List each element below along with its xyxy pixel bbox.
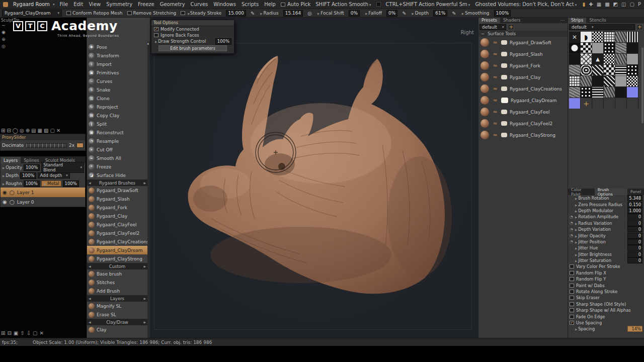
brush-checkbox-row[interactable]: Paint w/ Dabs (568, 282, 644, 288)
slider-icon[interactable]: ▮ (583, 2, 586, 7)
radius-value[interactable]: 15.164 (283, 10, 303, 17)
menu-item[interactable]: Edit (73, 2, 83, 7)
brush-param-value[interactable]: 0 (627, 257, 642, 263)
menu-item[interactable]: Freeze (138, 2, 154, 7)
tool-item[interactable]: Erase SL (87, 310, 147, 319)
menu-item[interactable]: Windows (213, 2, 236, 7)
brush-checkbox-row[interactable]: Skip Eraser (568, 295, 644, 301)
draw-strength-spinner[interactable]: Draw Strength Control (154, 39, 206, 44)
preset-row[interactable]: Rygaard_Clay (478, 71, 568, 83)
tool-item[interactable]: ▤ Copy Clay (87, 111, 147, 120)
falloff-spinner[interactable]: Falloff (364, 11, 382, 16)
stencil-thumbnail[interactable] (604, 98, 615, 109)
brush-param-spinner[interactable]: Jitter Saturation (574, 258, 611, 263)
pressure-dial-icon[interactable] (570, 215, 574, 219)
mini-toolbar-icon[interactable]: ⊟ (7, 128, 11, 133)
stencil-thumbnail[interactable] (592, 43, 603, 53)
proxy-swatch-icon[interactable] (76, 143, 84, 148)
ctrl-shift-action-dropdown[interactable]: CTRL+SHIFT Action Powerful Sm (386, 2, 470, 7)
tool-item[interactable]: Rygaard_Slash (87, 195, 147, 203)
layer-action-icon[interactable]: ▢ (33, 330, 37, 336)
checkbox-icon[interactable] (570, 315, 574, 319)
tool-item[interactable]: * Freeze (87, 162, 147, 171)
tool-item[interactable]: ◔ Resample (87, 137, 147, 145)
tool-item[interactable]: ≈ Smooth All (87, 154, 147, 162)
layer-action-icon[interactable]: ⇧ (20, 330, 24, 336)
visibility-eye-icon[interactable] (3, 190, 7, 195)
preset-set-dropdown[interactable]: default (479, 24, 506, 30)
menu-item[interactable]: Scripts (242, 2, 259, 7)
left-toolbar-icon[interactable]: ◎ (2, 44, 6, 49)
brush-checkbox-row[interactable]: Sharp Shape w/ All Alphas (568, 307, 644, 313)
menu-item[interactable]: Help (264, 2, 276, 7)
stencil-thumbnail[interactable] (569, 76, 580, 86)
stencil-thumbnail[interactable] (604, 32, 615, 42)
remove-stretching-toggle[interactable]: Remove Stretching (127, 11, 177, 16)
depth-value[interactable]: 61% (433, 10, 447, 17)
steady-stroke-toggle[interactable]: Steady Stroke (181, 11, 221, 16)
preset-row[interactable]: Rygaard_DrawSoft (478, 37, 568, 48)
stencil-thumbnail[interactable] (627, 54, 638, 64)
sculpt-viewport[interactable]: Right (150, 18, 478, 338)
stencil-thumbnail[interactable] (581, 65, 592, 75)
tool-item[interactable]: Stitches (87, 278, 147, 287)
mini-toolbar-icon[interactable]: ⊕ (26, 128, 30, 133)
stencil-thumbnail[interactable] (615, 87, 626, 98)
pen-pressure-icon[interactable] (402, 11, 406, 16)
tool-item[interactable]: Rygaard_Fork (87, 203, 147, 212)
layer-row[interactable]: Layer 0 (1, 197, 85, 207)
stencil-thumbnail[interactable] (615, 98, 626, 109)
stencil-thumbnail[interactable] (627, 76, 638, 86)
tool-item[interactable]: Rygaard_ClayFeel (87, 220, 147, 229)
stencil-thumbnail[interactable] (627, 32, 638, 42)
brush-checkbox-row[interactable]: Vary Color Per Stroke (568, 263, 644, 269)
stencil-thumbnail[interactable] (569, 65, 580, 75)
stencil-thumbnail[interactable] (615, 65, 626, 75)
checkbox-icon[interactable] (127, 11, 132, 15)
preset-row[interactable]: Rygaard_Slash (478, 48, 568, 60)
mini-toolbar-icon[interactable]: ▦ (38, 128, 42, 133)
stencil-thumbnail[interactable] (581, 87, 592, 98)
preset-row[interactable]: Rygaard_ClayFeel2 (478, 118, 568, 129)
brush-param-spinner[interactable]: Jitter Brightness (574, 252, 612, 257)
sculpt-model-rhino[interactable] (150, 18, 478, 338)
brush-param-spinner[interactable]: Brush Rotation (574, 196, 609, 201)
brush-param-value[interactable]: 0 (627, 251, 642, 257)
falloff-value[interactable]: 0% (386, 10, 397, 17)
surface-tools-group-header[interactable]: − Surface Tools (478, 31, 568, 37)
preset-row[interactable]: Rygaard_ClayFeel (478, 106, 568, 118)
left-toolbar-icon[interactable]: ◉ (2, 30, 6, 35)
brush-checkbox-row[interactable]: Rotate Along Stroke (568, 289, 644, 295)
pen-pressure-icon[interactable] (251, 11, 255, 16)
tool-item[interactable]: Custom (87, 263, 147, 269)
depth-spinner[interactable]: Depth (411, 11, 429, 16)
add-preset-button[interactable]: + (508, 24, 514, 30)
frame-icon[interactable]: ▢ (630, 2, 634, 7)
tool-item[interactable]: Add Brush (87, 287, 147, 295)
stencil-thumbnail[interactable] (581, 76, 592, 86)
tool-item[interactable]: ◪ Surface Hide (87, 171, 147, 179)
stencil-thumbnail[interactable] (627, 65, 638, 75)
checkbox-icon[interactable] (570, 308, 574, 312)
left-toolbar-icon[interactable]: ⊕ (2, 37, 6, 42)
color-swatch-icon[interactable] (376, 2, 381, 7)
layer-action-icon[interactable]: ⊞ (1, 330, 5, 336)
brush-param-value[interactable]: 1.000 (627, 208, 642, 214)
layers-tab[interactable]: Splines (21, 157, 42, 163)
checkbox-icon[interactable] (570, 321, 574, 325)
checkbox-icon[interactable] (570, 296, 574, 300)
brush-param-spinner[interactable]: Radius Variation (574, 221, 612, 226)
stencil-thumbnail[interactable]: + (581, 98, 592, 109)
tab-brush-options[interactable]: Brush Options (595, 189, 627, 195)
tool-item[interactable]: ▦ Reconstruct (87, 128, 147, 137)
tool-item[interactable]: ▥ Clone (87, 94, 147, 103)
blend-mode-dropdown[interactable]: Add depth (38, 172, 69, 178)
ignore-back-faces-toggle[interactable]: Ignore Back Faces (151, 32, 234, 38)
tool-item[interactable]: Magnify SL (87, 302, 147, 310)
stencil-thumbnail[interactable] (604, 76, 615, 86)
tool-item[interactable]: Rygaard_ClayFeel2 (87, 229, 147, 237)
metal-toggle[interactable]: Metal (41, 180, 61, 187)
split-right-icon[interactable]: ◫ (621, 2, 626, 7)
focal-shift-value[interactable]: 0% (349, 10, 360, 17)
stencil-thumbnail[interactable]: ▲ (592, 54, 603, 64)
